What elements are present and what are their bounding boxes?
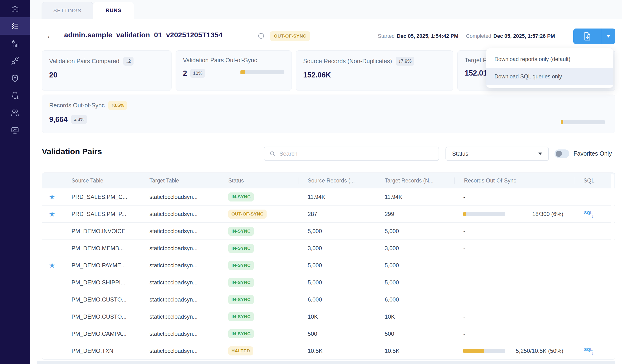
back-button[interactable]: ←: [45, 30, 56, 41]
stat-label: Validation Pairs Compared: [49, 58, 119, 65]
cell-records-out-of-sync: 18/300 (6%): [454, 211, 574, 217]
cell-source-records: 500: [298, 330, 375, 337]
table-row[interactable]: ★ PM_DEMO.SHIPPI... statictpccloadsyn...…: [42, 274, 615, 291]
stat-card-source-records: Source Records (Non-Duplicates) ↓7.9% 15…: [296, 50, 453, 91]
completed-value: Dec 05, 2025, 1:57:26 PM: [493, 33, 555, 39]
stat-delta-badge: ↓2: [123, 57, 134, 66]
cell-records-out-of-sync: -: [454, 245, 574, 252]
cell-source-records: 5,000: [298, 228, 375, 234]
oos-dash: -: [463, 245, 465, 252]
page-title: admin.sample_validation_01_v20251205T135…: [64, 31, 223, 39]
table-row[interactable]: ★ PM_DEMO.INVOICE statictpccloadsyn... I…: [42, 223, 615, 240]
tab-runs[interactable]: RUNS: [93, 2, 134, 19]
stat-label: Source Records (Non-Duplicates): [303, 58, 392, 65]
menu-item-download-sql[interactable]: Download SQL queries only: [486, 68, 613, 85]
search-box: [264, 147, 439, 161]
records-pct-badge: 6.3%: [71, 115, 87, 124]
cell-records-out-of-sync: -: [454, 313, 574, 320]
sql-download-icon[interactable]: SQL↓: [584, 210, 594, 218]
favorites-only-toggle[interactable]: [555, 150, 569, 158]
download-file-icon: [583, 32, 591, 41]
sidebar-item-dashboard[interactable]: [0, 121, 30, 139]
column-header-records-out-of-sync[interactable]: Records Out-Of-Sync: [454, 177, 574, 184]
cell-target-table: statictpccloadsyn...: [140, 194, 219, 200]
oos-dash: -: [463, 330, 465, 337]
table-row[interactable]: ★ PM_DEMO.CUSTO... statictpccloadsyn... …: [42, 308, 615, 325]
table-scrollbar[interactable]: [611, 174, 614, 358]
status-badge: OUT-OF-SYNC: [228, 210, 267, 219]
caret-down-icon: [606, 35, 611, 38]
status-filter-select[interactable]: Status: [446, 147, 549, 161]
sql-download-icon[interactable]: SQL↓: [584, 347, 594, 355]
sidebar-item-users[interactable]: [0, 104, 30, 121]
stat-delta-badge: ↓7.9%: [396, 57, 414, 66]
cell-source-table: PM_DEMO.INVOICE: [62, 228, 140, 234]
favorite-star-icon[interactable]: ★: [49, 261, 55, 269]
info-icon[interactable]: [258, 33, 264, 39]
status-badge: IN-SYNC: [228, 329, 254, 338]
cell-target-table: statictpccloadsyn...: [140, 228, 219, 234]
favorite-star-icon[interactable]: ★: [49, 210, 55, 218]
cell-target-records: 6,000: [375, 296, 454, 303]
table-row[interactable]: ★ PM_DEMO.PAYME... statictpccloadsyn... …: [42, 257, 615, 274]
toggle-knob: [556, 151, 562, 157]
sidebar-item-security[interactable]: [0, 69, 30, 87]
download-button[interactable]: [573, 29, 601, 44]
status-badge: IN-SYNC: [228, 312, 254, 321]
column-header-status[interactable]: Status: [219, 177, 298, 184]
cell-source-records: 10.5K: [298, 348, 375, 354]
cell-source-table: PM_DEMO.CUSTO...: [62, 313, 140, 320]
cell-records-out-of-sync: -: [454, 279, 574, 286]
column-header-source-records[interactable]: Source Records (...: [298, 177, 375, 184]
sidebar-item-alerts[interactable]: [0, 87, 30, 104]
sidebar-item-connections[interactable]: [0, 52, 30, 69]
table-row[interactable]: ★ PM_DEMO.CAMPA... statictpccloadsyn... …: [42, 325, 615, 342]
cell-target-table: statictpccloadsyn...: [140, 313, 219, 320]
chevron-down-icon: [538, 153, 542, 155]
cell-target-records: 5,000: [375, 228, 454, 234]
oos-value: 18/300 (6%): [505, 211, 563, 217]
connections-plug-icon: [11, 57, 19, 65]
status-badge: IN-SYNC: [228, 227, 254, 236]
cell-target-table: statictpccloadsyn...: [140, 348, 219, 354]
cell-target-records: 500: [375, 330, 454, 337]
search-icon: [270, 151, 276, 157]
table-row[interactable]: ★ PM_DEMO.MEMB... statictpccloadsyn... I…: [42, 240, 615, 257]
column-header-target-records[interactable]: Target Records (N...: [375, 177, 454, 184]
cell-source-table: PM_DEMO.TXN: [62, 348, 140, 354]
status-badge: IN-SYNC: [228, 192, 254, 201]
column-header-target-table[interactable]: Target Table: [140, 177, 219, 184]
search-input[interactable]: [279, 150, 439, 157]
menu-item-download-reports[interactable]: Download reports only (default): [486, 51, 613, 68]
out-of-sync-progress-bar: [240, 70, 284, 74]
sidebar-item-home[interactable]: [0, 0, 30, 17]
stat-value: 152.01: [465, 69, 487, 77]
cell-records-out-of-sync: -: [454, 330, 574, 337]
table-row[interactable]: ★ PRD_SALES.PM_C... statictpccloadsyn...…: [42, 188, 615, 206]
cell-target-table: statictpccloadsyn...: [140, 296, 219, 303]
column-header-sql[interactable]: SQL: [574, 177, 604, 184]
tab-strip: SETTINGS RUNS: [30, 0, 622, 19]
validation-pairs-table: Source Table Target Table Status Source …: [42, 172, 615, 360]
table-row[interactable]: ★ PM_DEMO.TXN statictpccloadsyn... HALTE…: [42, 342, 615, 360]
tab-settings[interactable]: SETTINGS: [41, 2, 93, 19]
cell-source-records: 3,000: [298, 245, 375, 252]
sidebar-item-analytics[interactable]: [0, 35, 30, 52]
cell-source-records: 11.94K: [298, 194, 375, 200]
column-header-source-table[interactable]: Source Table: [62, 177, 140, 184]
cell-target-table: statictpccloadsyn...: [140, 211, 219, 217]
download-split-button[interactable]: [573, 29, 615, 44]
horizontal-scrollbar-track[interactable]: [37, 361, 615, 364]
oos-bar: [463, 212, 505, 216]
cell-source-table: PRD_SALES.PM_C...: [62, 194, 140, 200]
records-progress-bar: [561, 120, 605, 124]
download-menu-toggle[interactable]: [601, 29, 615, 44]
table-row[interactable]: ★ PM_DEMO.CUSTO... statictpccloadsyn... …: [42, 291, 615, 308]
stat-card-pairs-compared: Validation Pairs Compared ↓2 20: [42, 50, 172, 91]
runs-panel: ← admin.sample_validation_01_v20251205T1…: [30, 19, 622, 364]
status-badge: IN-SYNC: [228, 244, 254, 253]
sidebar-item-validations[interactable]: [0, 17, 30, 35]
table-row[interactable]: ★ PRD_SALES.PM_P... statictpccloadsyn...…: [42, 206, 615, 223]
records-value: 9,664: [49, 115, 68, 124]
favorite-star-icon[interactable]: ★: [49, 193, 55, 201]
